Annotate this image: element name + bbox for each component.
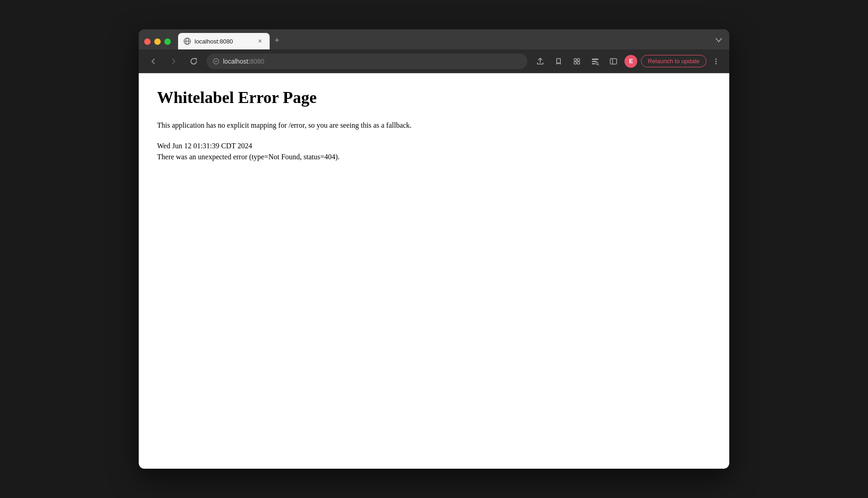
toolbar-actions: E Relaunch to update bbox=[533, 54, 722, 69]
svg-point-15 bbox=[716, 58, 717, 60]
url-bar[interactable]: localhost:8080 bbox=[206, 54, 527, 69]
tab-bar: localhost:8080 ✕ + bbox=[139, 29, 729, 49]
minimize-button[interactable] bbox=[154, 38, 161, 45]
svg-rect-13 bbox=[610, 59, 617, 64]
browser-window: localhost:8080 ✕ + bbox=[139, 29, 729, 469]
svg-rect-10 bbox=[592, 63, 595, 65]
forward-button[interactable] bbox=[166, 54, 181, 69]
tab-title: localhost:8080 bbox=[195, 38, 252, 45]
svg-rect-7 bbox=[577, 62, 580, 64]
error-description: This application has no explicit mapping… bbox=[157, 120, 711, 131]
svg-rect-5 bbox=[577, 59, 580, 61]
profile-avatar-button[interactable]: E bbox=[624, 55, 637, 68]
svg-point-17 bbox=[716, 63, 717, 64]
close-button[interactable] bbox=[144, 38, 151, 45]
maximize-button[interactable] bbox=[164, 38, 171, 45]
page-content: Whitelabel Error Page This application h… bbox=[139, 73, 729, 469]
svg-rect-4 bbox=[574, 59, 576, 61]
new-tab-button[interactable]: + bbox=[270, 33, 284, 48]
reload-button[interactable] bbox=[186, 54, 201, 69]
relaunch-button[interactable]: Relaunch to update bbox=[641, 55, 706, 67]
secure-icon bbox=[213, 58, 219, 65]
tab-search-button[interactable] bbox=[588, 54, 602, 69]
tab-dropdown-button[interactable] bbox=[714, 35, 724, 46]
url-text: localhost:8080 bbox=[223, 58, 264, 65]
svg-point-3 bbox=[213, 59, 219, 64]
tab-close-button[interactable]: ✕ bbox=[256, 37, 264, 45]
share-button[interactable] bbox=[533, 54, 548, 69]
svg-point-16 bbox=[716, 60, 717, 62]
svg-rect-8 bbox=[592, 59, 598, 60]
back-button[interactable] bbox=[146, 54, 161, 69]
bookmark-button[interactable] bbox=[551, 54, 566, 69]
profile-initial: E bbox=[629, 58, 633, 65]
page-heading: Whitelabel Error Page bbox=[157, 88, 711, 107]
active-tab[interactable]: localhost:8080 ✕ bbox=[178, 33, 270, 49]
more-button[interactable] bbox=[710, 55, 722, 67]
tab-favicon bbox=[184, 38, 191, 45]
address-bar: localhost:8080 bbox=[139, 49, 729, 73]
svg-rect-6 bbox=[574, 62, 576, 64]
svg-rect-9 bbox=[592, 61, 597, 62]
error-timestamp: Wed Jun 12 01:31:39 CDT 2024 bbox=[157, 142, 711, 150]
extensions-button[interactable] bbox=[570, 54, 584, 69]
url-port: 8080 bbox=[250, 58, 264, 65]
svg-line-12 bbox=[598, 64, 599, 65]
sidebar-button[interactable] bbox=[606, 54, 621, 69]
error-detail: There was an unexpected error (type=Not … bbox=[157, 153, 711, 161]
window-controls bbox=[144, 38, 171, 45]
